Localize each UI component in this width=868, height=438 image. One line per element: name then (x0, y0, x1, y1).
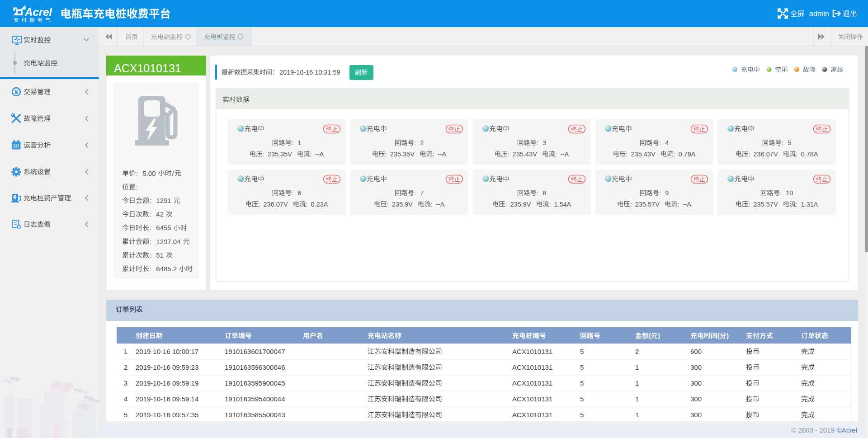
svg-text:1: 1 (297, 139, 301, 146)
svg-text:0.79A: 0.79A (679, 151, 696, 158)
svg-text:©Acrel: ©Acrel (837, 426, 857, 434)
svg-text:235.35V: 235.35V (390, 151, 415, 158)
svg-text:Acrel: Acrel (24, 6, 52, 18)
svg-text::: : (780, 189, 782, 197)
svg-text:1.31A: 1.31A (801, 201, 818, 208)
svg-text:3: 3 (542, 139, 546, 146)
svg-text::: : (431, 201, 433, 208)
svg-text::: : (292, 189, 293, 197)
svg-text:2019-10-16 09:57:35: 2019-10-16 09:57:35 (136, 411, 198, 419)
svg-text::: : (659, 189, 661, 197)
svg-text:1: 1 (124, 348, 127, 355)
svg-text::: : (674, 151, 675, 158)
svg-text::: : (796, 201, 798, 208)
svg-text:admin: admin (809, 10, 829, 18)
svg-text:235.35V: 235.35V (268, 151, 292, 158)
svg-text:2019-10-16 10:31:59: 2019-10-16 10:31:59 (279, 69, 340, 76)
svg-text:7: 7 (420, 189, 424, 197)
svg-text::: : (748, 151, 750, 158)
svg-text:(: ( (649, 332, 651, 339)
svg-text:ACX1010131: ACX1010131 (512, 395, 552, 403)
svg-text:ACX1010131: ACX1010131 (512, 411, 552, 419)
svg-text::: : (537, 189, 538, 197)
svg-text:--A: --A (683, 201, 692, 208)
svg-text:42: 42 (156, 210, 164, 218)
svg-text:© 2003 - 2019: © 2003 - 2019 (791, 426, 834, 434)
svg-text::: : (678, 201, 679, 208)
svg-text:1910163595900045: 1910163595900045 (225, 379, 285, 387)
svg-text:1.54A: 1.54A (554, 201, 571, 208)
svg-text:9: 9 (665, 189, 669, 197)
svg-text:1910163601700047: 1910163601700047 (225, 348, 285, 355)
svg-text:1: 1 (635, 411, 639, 419)
svg-text:0.23A: 0.23A (311, 201, 328, 208)
svg-text:235.57V: 235.57V (635, 201, 660, 208)
svg-text::: : (310, 151, 312, 158)
svg-text:235.43V: 235.43V (631, 151, 656, 158)
svg-text:8: 8 (542, 189, 546, 197)
svg-text::: : (659, 139, 661, 146)
svg-text:6455: 6455 (156, 224, 171, 231)
svg-text:10: 10 (786, 189, 793, 197)
svg-text:ACX1010131: ACX1010131 (512, 379, 552, 387)
svg-text::: : (555, 151, 557, 158)
svg-text:6485.2: 6485.2 (156, 265, 177, 273)
svg-text::: : (626, 151, 627, 158)
svg-text:600: 600 (690, 348, 702, 355)
svg-text::: : (150, 251, 151, 259)
svg-text:4: 4 (665, 139, 669, 146)
svg-text::: : (796, 151, 798, 158)
svg-text:): ) (658, 332, 660, 339)
svg-text:--A: --A (560, 151, 569, 158)
svg-text::: : (537, 139, 538, 146)
svg-text::: : (549, 201, 551, 208)
svg-text:5: 5 (580, 379, 584, 387)
svg-text::: : (150, 197, 151, 204)
svg-text::: : (306, 201, 308, 208)
svg-text::: : (150, 224, 151, 231)
svg-text:300: 300 (690, 379, 702, 387)
svg-text::: : (748, 201, 750, 208)
svg-text:2019-10-16 09:59:19: 2019-10-16 09:59:19 (136, 379, 198, 387)
svg-text::: : (630, 201, 632, 208)
svg-text:1910163596300046: 1910163596300046 (225, 363, 285, 371)
svg-text:1: 1 (635, 379, 639, 387)
svg-text:5: 5 (124, 411, 127, 419)
svg-text:236.07V: 236.07V (264, 201, 288, 208)
svg-text:¥: ¥ (14, 89, 18, 95)
svg-text:1291: 1291 (156, 197, 171, 204)
svg-text:--A: --A (315, 151, 324, 158)
svg-text:5.00: 5.00 (142, 170, 156, 177)
svg-text::: : (263, 151, 264, 158)
svg-text:ACX1010131: ACX1010131 (512, 348, 552, 355)
svg-text:4: 4 (124, 395, 127, 403)
svg-text:1910163585500043: 1910163585500043 (225, 411, 285, 419)
svg-text:): ) (726, 332, 729, 339)
svg-text:2: 2 (420, 139, 424, 146)
svg-text:1: 1 (635, 363, 639, 371)
svg-text::: : (258, 201, 260, 208)
svg-text::: : (150, 265, 151, 273)
svg-text::: : (387, 201, 389, 208)
svg-text:235.9V: 235.9V (392, 201, 413, 208)
svg-text:300: 300 (690, 363, 702, 371)
svg-text::: : (150, 210, 151, 218)
svg-text::: : (433, 151, 434, 158)
svg-text::: : (508, 151, 509, 158)
svg-text::: : (385, 151, 387, 158)
svg-text:2019-10-16 10:00:17: 2019-10-16 10:00:17 (136, 348, 198, 355)
svg-text::: : (414, 139, 416, 146)
svg-text:5: 5 (580, 348, 584, 355)
svg-text:2: 2 (635, 348, 639, 355)
svg-text:0.78A: 0.78A (801, 151, 818, 158)
svg-text::: : (414, 189, 416, 197)
svg-text::: : (136, 170, 138, 177)
svg-text::: : (136, 183, 138, 191)
svg-text:5: 5 (580, 411, 584, 419)
svg-text:(: ( (717, 332, 720, 339)
svg-text::: : (150, 238, 151, 245)
svg-text:51: 51 (156, 251, 164, 259)
svg-text:300: 300 (690, 411, 702, 419)
svg-text:5: 5 (580, 395, 584, 403)
svg-text:235.9V: 235.9V (510, 201, 531, 208)
